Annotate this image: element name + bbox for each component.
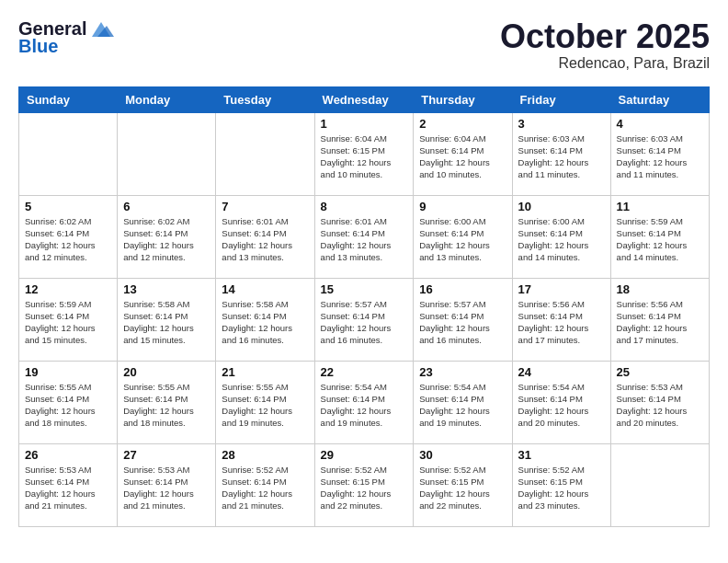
calendar-week-row: 12Sunrise: 5:59 AM Sunset: 6:14 PM Dayli… <box>19 278 710 361</box>
calendar-cell: 23Sunrise: 5:54 AM Sunset: 6:14 PM Dayli… <box>414 361 512 443</box>
day-info: Sunrise: 5:59 AM Sunset: 6:14 PM Dayligh… <box>25 298 111 347</box>
day-header-friday: Friday <box>512 86 610 112</box>
day-info: Sunrise: 5:55 AM Sunset: 6:14 PM Dayligh… <box>25 381 111 430</box>
day-number: 30 <box>419 448 506 462</box>
calendar-cell: 7Sunrise: 6:01 AM Sunset: 6:14 PM Daylig… <box>216 195 314 278</box>
day-info: Sunrise: 5:53 AM Sunset: 6:14 PM Dayligh… <box>25 464 111 512</box>
day-info: Sunrise: 5:55 AM Sunset: 6:14 PM Dayligh… <box>222 381 308 430</box>
calendar-cell: 30Sunrise: 5:52 AM Sunset: 6:15 PM Dayli… <box>414 443 512 526</box>
calendar-cell: 6Sunrise: 6:02 AM Sunset: 6:14 PM Daylig… <box>118 195 216 278</box>
day-info: Sunrise: 5:54 AM Sunset: 6:14 PM Dayligh… <box>419 381 506 430</box>
day-number: 23 <box>419 365 506 379</box>
day-header-sunday: Sunday <box>19 86 118 112</box>
day-header-tuesday: Tuesday <box>216 86 314 112</box>
day-number: 12 <box>25 282 111 296</box>
calendar-cell: 1Sunrise: 6:04 AM Sunset: 6:15 PM Daylig… <box>314 112 414 195</box>
day-info: Sunrise: 5:57 AM Sunset: 6:14 PM Dayligh… <box>419 298 506 347</box>
day-number: 18 <box>617 282 703 296</box>
day-info: Sunrise: 6:01 AM Sunset: 6:14 PM Dayligh… <box>222 215 308 264</box>
day-info: Sunrise: 5:54 AM Sunset: 6:14 PM Dayligh… <box>518 381 605 430</box>
day-number: 10 <box>518 200 605 213</box>
day-number: 25 <box>617 365 703 379</box>
day-header-wednesday: Wednesday <box>314 86 414 112</box>
calendar-cell: 28Sunrise: 5:52 AM Sunset: 6:14 PM Dayli… <box>216 443 314 526</box>
day-info: Sunrise: 5:57 AM Sunset: 6:14 PM Dayligh… <box>321 298 408 347</box>
calendar-cell: 25Sunrise: 5:53 AM Sunset: 6:14 PM Dayli… <box>610 361 709 443</box>
calendar-cell: 31Sunrise: 5:52 AM Sunset: 6:15 PM Dayli… <box>512 443 610 526</box>
day-number: 14 <box>222 282 308 296</box>
day-info: Sunrise: 6:03 AM Sunset: 6:14 PM Dayligh… <box>617 132 703 181</box>
location-text: Redencao, Para, Brazil <box>500 55 710 72</box>
calendar-cell: 3Sunrise: 6:03 AM Sunset: 6:14 PM Daylig… <box>512 112 610 195</box>
day-info: Sunrise: 5:58 AM Sunset: 6:14 PM Dayligh… <box>123 298 210 347</box>
calendar-cell: 8Sunrise: 6:01 AM Sunset: 6:14 PM Daylig… <box>314 195 414 278</box>
day-info: Sunrise: 5:52 AM Sunset: 6:14 PM Dayligh… <box>222 464 308 512</box>
calendar-cell: 14Sunrise: 5:58 AM Sunset: 6:14 PM Dayli… <box>216 278 314 361</box>
calendar-cell: 4Sunrise: 6:03 AM Sunset: 6:14 PM Daylig… <box>610 112 709 195</box>
calendar-cell: 15Sunrise: 5:57 AM Sunset: 6:14 PM Dayli… <box>314 278 414 361</box>
day-number: 28 <box>222 448 308 462</box>
day-header-saturday: Saturday <box>610 86 709 112</box>
page-header: General Blue October 2025 Redencao, Para… <box>18 18 710 72</box>
day-info: Sunrise: 5:54 AM Sunset: 6:14 PM Dayligh… <box>321 381 408 430</box>
day-header-thursday: Thursday <box>414 86 512 112</box>
day-number: 9 <box>419 200 506 213</box>
day-info: Sunrise: 6:04 AM Sunset: 6:14 PM Dayligh… <box>419 132 506 181</box>
day-info: Sunrise: 5:56 AM Sunset: 6:14 PM Dayligh… <box>518 298 605 347</box>
day-info: Sunrise: 6:02 AM Sunset: 6:14 PM Dayligh… <box>123 215 210 264</box>
day-number: 29 <box>321 448 408 462</box>
day-info: Sunrise: 5:52 AM Sunset: 6:15 PM Dayligh… <box>419 464 506 512</box>
calendar-cell: 21Sunrise: 5:55 AM Sunset: 6:14 PM Dayli… <box>216 361 314 443</box>
day-info: Sunrise: 5:53 AM Sunset: 6:14 PM Dayligh… <box>617 381 703 430</box>
calendar-cell <box>118 112 216 195</box>
day-info: Sunrise: 5:56 AM Sunset: 6:14 PM Dayligh… <box>617 298 703 347</box>
day-number: 8 <box>321 200 408 213</box>
day-info: Sunrise: 6:03 AM Sunset: 6:14 PM Dayligh… <box>518 132 605 181</box>
calendar-cell: 27Sunrise: 5:53 AM Sunset: 6:14 PM Dayli… <box>118 443 216 526</box>
calendar-cell: 18Sunrise: 5:56 AM Sunset: 6:14 PM Dayli… <box>610 278 709 361</box>
calendar-cell: 13Sunrise: 5:58 AM Sunset: 6:14 PM Dayli… <box>118 278 216 361</box>
day-number: 19 <box>25 365 111 379</box>
month-title: October 2025 <box>500 18 710 55</box>
calendar-week-row: 1Sunrise: 6:04 AM Sunset: 6:15 PM Daylig… <box>19 112 710 195</box>
calendar-cell <box>216 112 314 195</box>
day-info: Sunrise: 6:02 AM Sunset: 6:14 PM Dayligh… <box>25 215 111 264</box>
day-number: 26 <box>25 448 111 462</box>
calendar-cell: 16Sunrise: 5:57 AM Sunset: 6:14 PM Dayli… <box>414 278 512 361</box>
day-info: Sunrise: 5:58 AM Sunset: 6:14 PM Dayligh… <box>222 298 308 347</box>
day-info: Sunrise: 6:04 AM Sunset: 6:15 PM Dayligh… <box>321 132 408 181</box>
calendar-cell: 17Sunrise: 5:56 AM Sunset: 6:14 PM Dayli… <box>512 278 610 361</box>
logo-blue-text: Blue <box>18 36 58 57</box>
calendar-cell: 12Sunrise: 5:59 AM Sunset: 6:14 PM Dayli… <box>19 278 118 361</box>
day-number: 15 <box>321 282 408 296</box>
day-number: 13 <box>123 282 210 296</box>
calendar-cell <box>19 112 118 195</box>
logo-icon <box>88 20 114 39</box>
day-info: Sunrise: 6:01 AM Sunset: 6:14 PM Dayligh… <box>321 215 408 264</box>
day-info: Sunrise: 5:52 AM Sunset: 6:15 PM Dayligh… <box>321 464 408 512</box>
day-number: 5 <box>25 200 111 213</box>
calendar-week-row: 5Sunrise: 6:02 AM Sunset: 6:14 PM Daylig… <box>19 195 710 278</box>
day-number: 16 <box>419 282 506 296</box>
logo: General Blue <box>18 18 114 57</box>
day-info: Sunrise: 6:00 AM Sunset: 6:14 PM Dayligh… <box>518 215 605 264</box>
day-number: 24 <box>518 365 605 379</box>
calendar-cell: 9Sunrise: 6:00 AM Sunset: 6:14 PM Daylig… <box>414 195 512 278</box>
calendar-cell: 2Sunrise: 6:04 AM Sunset: 6:14 PM Daylig… <box>414 112 512 195</box>
day-number: 11 <box>617 200 703 213</box>
day-number: 1 <box>321 117 408 131</box>
calendar-cell: 5Sunrise: 6:02 AM Sunset: 6:14 PM Daylig… <box>19 195 118 278</box>
day-number: 6 <box>123 200 210 213</box>
calendar-cell: 29Sunrise: 5:52 AM Sunset: 6:15 PM Dayli… <box>314 443 414 526</box>
calendar-cell: 11Sunrise: 5:59 AM Sunset: 6:14 PM Dayli… <box>610 195 709 278</box>
day-number: 21 <box>222 365 308 379</box>
day-number: 2 <box>419 117 506 131</box>
calendar-cell: 19Sunrise: 5:55 AM Sunset: 6:14 PM Dayli… <box>19 361 118 443</box>
calendar-table: SundayMondayTuesdayWednesdayThursdayFrid… <box>18 86 710 527</box>
day-number: 3 <box>518 117 605 131</box>
calendar-cell: 20Sunrise: 5:55 AM Sunset: 6:14 PM Dayli… <box>118 361 216 443</box>
day-number: 27 <box>123 448 210 462</box>
calendar-week-row: 26Sunrise: 5:53 AM Sunset: 6:14 PM Dayli… <box>19 443 710 526</box>
day-number: 31 <box>518 448 605 462</box>
day-info: Sunrise: 5:52 AM Sunset: 6:15 PM Dayligh… <box>518 464 605 512</box>
